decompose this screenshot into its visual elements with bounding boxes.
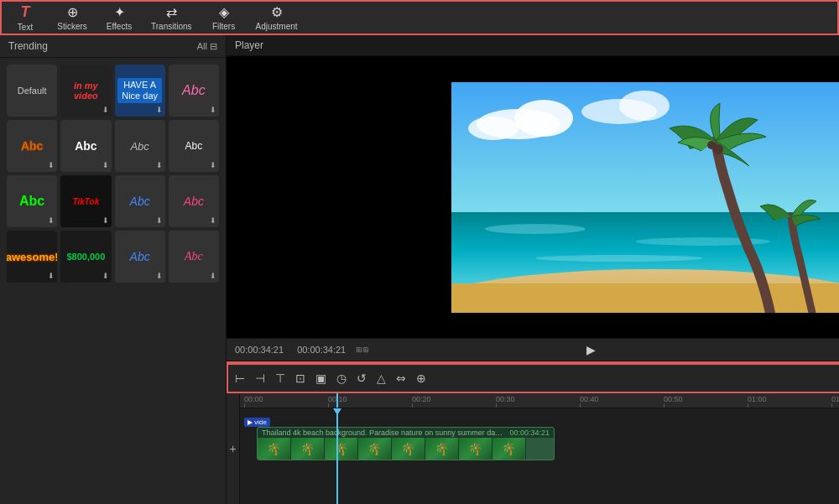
- svg-point-7: [485, 224, 586, 234]
- toolbar-stickers-label: Stickers: [57, 22, 87, 31]
- track-add-area: +: [227, 393, 240, 504]
- toolbar-transitions[interactable]: ⇄ Transitions: [151, 4, 192, 31]
- effects-icon: ✦: [114, 4, 125, 20]
- track-thumb-8: [492, 438, 526, 460]
- tl-transform-icon[interactable]: ⇔: [396, 372, 406, 385]
- text-style-14[interactable]: Abc ⬇: [115, 231, 165, 283]
- text-style-15[interactable]: Abc ⬇: [169, 231, 219, 283]
- player-header: Player ≡: [227, 35, 839, 56]
- timeline-area: ⊢ ⊣ ⊤ ⊡ ▣ ◷ ↺ △ ⇔ ⊕ +: [227, 361, 839, 504]
- download-icon-6: ⬇: [156, 161, 163, 169]
- download-icon-14: ⬇: [156, 272, 163, 280]
- ruler-mark-4: 00:40: [580, 395, 664, 408]
- track-badge-area: ▶ vide: [244, 415, 270, 427]
- top-toolbar: T Text ⊕ Stickers ✦ Effects ⇄ Transition…: [0, 0, 839, 35]
- download-icon-13: ⬇: [102, 272, 109, 280]
- track-thumb-5: [392, 438, 425, 460]
- text-style-5[interactable]: Abc ⬇: [60, 120, 111, 172]
- toolbar-text-label: Text: [18, 23, 33, 32]
- track-title: Thailand 4k beach background. Paradise n…: [258, 428, 554, 438]
- svg-point-3: [468, 117, 519, 140]
- download-icon-5: ⬇: [102, 161, 109, 169]
- stickers-icon: ⊕: [67, 4, 78, 20]
- ruler-mark-2: 00:20: [412, 395, 496, 408]
- toolbar-effects[interactable]: ✦ Effects: [104, 4, 134, 31]
- tl-split-icon[interactable]: ⊤: [275, 372, 285, 385]
- download-icon-3: ⬇: [210, 106, 216, 114]
- timeline-toolbar: ⊢ ⊣ ⊤ ⊡ ▣ ◷ ↺ △ ⇔ ⊕: [227, 363, 839, 393]
- ruler-mark-7: 01:10: [831, 395, 839, 408]
- text-style-7[interactable]: Abc ⬇: [169, 120, 219, 172]
- all-label: All: [197, 41, 207, 51]
- track-thumbs: [258, 438, 554, 460]
- download-icon-12: ⬇: [48, 272, 55, 280]
- download-icon-11: ⬇: [210, 216, 216, 225]
- tl-trim-end-icon[interactable]: ⊣: [255, 372, 265, 385]
- toolbar-filters[interactable]: ◈ Filters: [209, 4, 239, 31]
- text-style-8[interactable]: Abc ⬇: [7, 175, 57, 227]
- download-icon-10: ⬇: [156, 216, 163, 225]
- tl-more-icon[interactable]: ⊕: [416, 372, 426, 385]
- text-style-4[interactable]: Abc ⬇: [7, 120, 57, 172]
- track-thumb-7: [459, 438, 492, 460]
- ruler-mark-6: 01:00: [748, 395, 831, 408]
- text-style-11[interactable]: Abc ⬇: [169, 175, 219, 227]
- svg-point-9: [535, 255, 703, 262]
- text-style-9[interactable]: TikTok ⬇: [60, 175, 111, 227]
- toolbar-effects-label: Effects: [107, 22, 132, 31]
- text-style-13[interactable]: $800,000 ⬇: [60, 231, 111, 283]
- playhead[interactable]: [336, 408, 338, 504]
- panel-header: Trending All ⊟: [0, 35, 226, 58]
- left-panel: Trending All ⊟ Default in myvideo ⬇ HAVE…: [0, 35, 227, 504]
- text-style-default[interactable]: Default: [7, 65, 57, 117]
- download-icon-8: ⬇: [48, 216, 55, 225]
- text-style-1[interactable]: in myvideo ⬇: [60, 65, 111, 117]
- ruler-marks: 00:00 00:10 00:20 00:30 00:40 00:50 01:0…: [240, 393, 839, 408]
- toolbar-filters-label: Filters: [212, 22, 235, 31]
- svg-rect-11: [451, 283, 839, 313]
- time-total: 00:00:34:21: [297, 345, 346, 355]
- text-style-2[interactable]: HAVE ANice day ⬇: [115, 65, 165, 117]
- player-video[interactable]: [227, 56, 839, 338]
- toolbar-stickers[interactable]: ⊕ Stickers: [57, 4, 87, 31]
- download-icon-1: ⬇: [102, 106, 109, 114]
- tl-speed-icon[interactable]: ◷: [336, 372, 347, 385]
- filters-icon: ◈: [219, 4, 229, 20]
- video-track[interactable]: Thailand 4k beach background. Paradise n…: [257, 427, 555, 460]
- ruler-mark-0: 00:00: [244, 395, 328, 408]
- download-icon-9: ⬇: [102, 216, 109, 225]
- add-track-icon[interactable]: +: [229, 442, 236, 455]
- video-frame: [451, 82, 839, 313]
- track-thumb-2: [291, 438, 325, 460]
- text-style-10[interactable]: Abc ⬇: [115, 175, 165, 227]
- text-style-6[interactable]: Abc ⬇: [115, 120, 165, 172]
- ruler-mark-3: 00:30: [496, 395, 580, 408]
- svg-point-13: [707, 141, 716, 149]
- track-thumb-3: [325, 438, 358, 460]
- download-icon-4: ⬇: [48, 161, 55, 169]
- track-thumb-4: [358, 438, 392, 460]
- toolbar-adjustment-label: Adjustment: [256, 22, 298, 31]
- player-area: Player ≡: [227, 35, 839, 361]
- tl-freeze-icon[interactable]: △: [377, 372, 386, 385]
- ruler-mark-5: 00:50: [664, 395, 748, 408]
- tl-delete-icon[interactable]: ⊡: [295, 372, 305, 385]
- download-icon-2: ⬇: [156, 106, 163, 114]
- filter-icon: ⊟: [210, 41, 217, 52]
- toolbar-text[interactable]: T Text: [10, 3, 40, 32]
- play-button[interactable]: ▶: [586, 343, 596, 356]
- text-style-3[interactable]: Abc ⬇: [169, 65, 219, 117]
- player-controls: 00:00:34:21 00:00:34:21 ⊞⊞ ▶ ⊞ Ratio ⛶: [227, 338, 839, 361]
- player-title: Player: [235, 39, 263, 51]
- tl-trim-start-icon[interactable]: ⊢: [235, 372, 245, 385]
- text-style-12[interactable]: awesome! ⬇: [7, 231, 57, 283]
- tl-crop-icon[interactable]: ▣: [315, 372, 326, 385]
- center-panel: Player ≡: [227, 35, 839, 504]
- track-thumb-6: [425, 438, 459, 460]
- track-container: ▶ vide Thailand 4k beach background. Par…: [240, 408, 839, 504]
- transitions-icon: ⇄: [166, 4, 177, 20]
- toolbar-adjustment[interactable]: ⚙ Adjustment: [256, 4, 298, 31]
- tl-reverse-icon[interactable]: ↺: [357, 372, 367, 385]
- all-button[interactable]: All ⊟: [197, 41, 217, 52]
- track-type-badge: ▶ vide: [244, 418, 270, 427]
